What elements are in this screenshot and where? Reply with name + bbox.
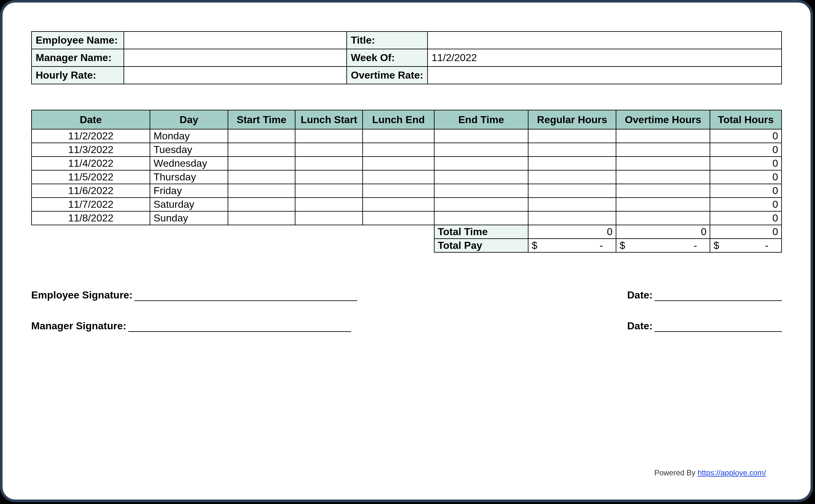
cell-total: 0 — [710, 170, 782, 184]
total-pay-regular: $ - — [528, 239, 616, 252]
table-row: 11/7/2022Saturday0 — [32, 198, 782, 211]
table-row: 11/8/2022Sunday0 — [32, 211, 782, 225]
cell-end[interactable] — [434, 198, 528, 211]
cell-end[interactable] — [434, 129, 528, 143]
employee-info-table: Employee Name: Title: Manager Name: Week… — [31, 31, 782, 84]
table-row: 11/3/2022Tuesday0 — [32, 143, 782, 157]
cell-start[interactable] — [228, 198, 295, 211]
table-row: 11/6/2022Friday0 — [32, 184, 782, 198]
cell-lunch-end[interactable] — [362, 170, 434, 184]
cell-start[interactable] — [228, 170, 295, 184]
cell-start[interactable] — [228, 157, 295, 170]
total-pay-label: Total Pay — [434, 239, 528, 252]
cell-overtime[interactable] — [616, 184, 710, 198]
total-pay-row: Total Pay $ - $ - $ - — [32, 239, 782, 252]
cell-day: Sunday — [150, 211, 228, 225]
total-time-overtime: 0 — [616, 225, 710, 239]
manager-signature-line[interactable] — [128, 320, 351, 332]
cell-lunch-start[interactable] — [295, 143, 362, 157]
cell-regular[interactable] — [528, 129, 616, 143]
cell-overtime[interactable] — [616, 211, 710, 225]
total-pay-overtime: $ - — [616, 239, 710, 252]
hourly-rate-label: Hourly Rate: — [32, 67, 124, 84]
cell-lunch-end[interactable] — [362, 143, 434, 157]
employee-signature-date-label: Date: — [627, 289, 653, 301]
employee-signature-date-line[interactable] — [655, 290, 782, 301]
col-end: End Time — [434, 110, 528, 129]
cell-day: Friday — [150, 184, 228, 198]
cell-total: 0 — [710, 157, 782, 170]
employee-signature-line[interactable] — [134, 290, 357, 301]
powered-by-link[interactable]: https://apploye.com/ — [698, 468, 766, 477]
cell-day: Wednesday — [150, 157, 228, 170]
cell-lunch-start[interactable] — [295, 198, 362, 211]
cell-end[interactable] — [434, 170, 528, 184]
cell-lunch-end[interactable] — [362, 211, 434, 225]
col-date: Date — [32, 110, 150, 129]
cell-lunch-start[interactable] — [295, 157, 362, 170]
pay-regular-currency: $ — [532, 240, 538, 251]
cell-end[interactable] — [434, 143, 528, 157]
cell-end[interactable] — [434, 157, 528, 170]
cell-regular[interactable] — [528, 157, 616, 170]
cell-regular[interactable] — [528, 143, 616, 157]
cell-lunch-end[interactable] — [362, 198, 434, 211]
cell-regular[interactable] — [528, 211, 616, 225]
cell-lunch-end[interactable] — [362, 129, 434, 143]
cell-lunch-start[interactable] — [295, 211, 362, 225]
title-value[interactable] — [428, 31, 782, 49]
cell-total: 0 — [710, 198, 782, 211]
timesheet-table: Date Day Start Time Lunch Start Lunch En… — [31, 110, 782, 253]
col-overtime: Overtime Hours — [616, 110, 710, 129]
cell-lunch-end[interactable] — [362, 184, 434, 198]
col-start: Start Time — [228, 110, 295, 129]
col-total: Total Hours — [710, 110, 782, 129]
cell-overtime[interactable] — [616, 143, 710, 157]
info-row-rates: Hourly Rate: Overtime Rate: — [32, 67, 782, 84]
manager-signature-date-line[interactable] — [655, 320, 782, 332]
employee-name-value[interactable] — [124, 31, 347, 49]
cell-lunch-start[interactable] — [295, 184, 362, 198]
total-time-regular: 0 — [528, 225, 616, 239]
cell-date: 11/6/2022 — [32, 184, 150, 198]
overtime-rate-value[interactable] — [428, 67, 782, 84]
cell-start[interactable] — [228, 143, 295, 157]
cell-regular[interactable] — [528, 184, 616, 198]
timesheet-document: Employee Name: Title: Manager Name: Week… — [0, 0, 813, 502]
cell-overtime[interactable] — [616, 198, 710, 211]
overtime-rate-label: Overtime Rate: — [347, 67, 428, 84]
cell-end[interactable] — [434, 211, 528, 225]
cell-start[interactable] — [228, 211, 295, 225]
hourly-rate-value[interactable] — [124, 67, 347, 84]
cell-regular[interactable] — [528, 170, 616, 184]
cell-lunch-start[interactable] — [295, 170, 362, 184]
col-lunch-start: Lunch Start — [295, 110, 362, 129]
cell-date: 11/5/2022 — [32, 170, 150, 184]
col-regular: Regular Hours — [528, 110, 616, 129]
cell-start[interactable] — [228, 184, 295, 198]
table-row: 11/5/2022Thursday0 — [32, 170, 782, 184]
week-of-value[interactable]: 11/2/2022 — [428, 49, 782, 67]
pay-total-value: - — [765, 240, 778, 251]
total-time-total: 0 — [710, 225, 782, 239]
cell-start[interactable] — [228, 129, 295, 143]
cell-overtime[interactable] — [616, 157, 710, 170]
cell-end[interactable] — [434, 184, 528, 198]
manager-name-value[interactable] — [124, 49, 347, 67]
cell-lunch-start[interactable] — [295, 129, 362, 143]
signature-section: Employee Signature: Date: Manager Signat… — [31, 289, 782, 332]
title-label: Title: — [347, 31, 428, 49]
cell-date: 11/3/2022 — [32, 143, 150, 157]
cell-date: 11/2/2022 — [32, 129, 150, 143]
cell-lunch-end[interactable] — [362, 157, 434, 170]
cell-day: Saturday — [150, 198, 228, 211]
cell-regular[interactable] — [528, 198, 616, 211]
total-time-label: Total Time — [434, 225, 528, 239]
cell-day: Monday — [150, 129, 228, 143]
cell-overtime[interactable] — [616, 129, 710, 143]
cell-overtime[interactable] — [616, 170, 710, 184]
footer: Powered By https://apploye.com/ — [654, 468, 766, 477]
pay-total-currency: $ — [713, 240, 719, 251]
cell-date: 11/7/2022 — [32, 198, 150, 211]
info-row-employee: Employee Name: Title: — [32, 31, 782, 49]
